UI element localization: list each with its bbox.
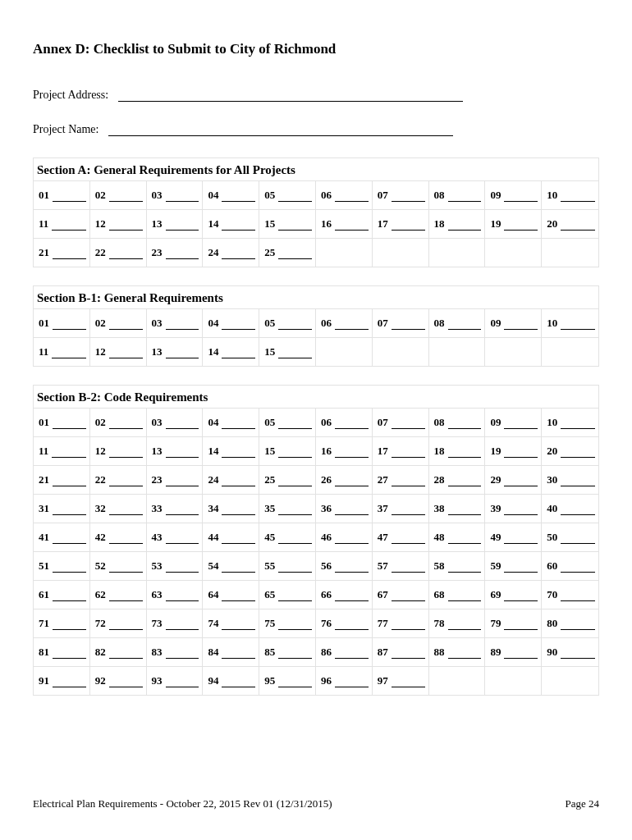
checklist-blank[interactable] <box>504 564 538 573</box>
checklist-blank[interactable] <box>278 622 312 630</box>
checklist-blank[interactable] <box>335 222 369 231</box>
checklist-blank[interactable] <box>109 478 143 486</box>
checklist-blank[interactable] <box>335 622 369 630</box>
checklist-blank[interactable] <box>166 679 199 687</box>
checklist-blank[interactable] <box>109 536 143 544</box>
checklist-blank[interactable] <box>109 194 143 202</box>
checklist-blank[interactable] <box>448 593 482 601</box>
checklist-blank[interactable] <box>561 194 595 202</box>
checklist-blank[interactable] <box>53 421 86 429</box>
checklist-blank[interactable] <box>392 536 425 544</box>
checklist-blank[interactable] <box>109 593 143 601</box>
checklist-blank[interactable] <box>448 322 482 330</box>
checklist-blank[interactable] <box>561 536 595 544</box>
checklist-blank[interactable] <box>222 478 255 486</box>
checklist-blank[interactable] <box>335 507 369 515</box>
checklist-blank[interactable] <box>278 194 312 202</box>
checklist-blank[interactable] <box>53 536 86 544</box>
checklist-blank[interactable] <box>335 478 369 486</box>
checklist-blank[interactable] <box>53 322 86 330</box>
checklist-blank[interactable] <box>335 194 369 202</box>
checklist-blank[interactable] <box>166 322 199 330</box>
checklist-blank[interactable] <box>109 222 143 231</box>
checklist-blank[interactable] <box>392 421 425 429</box>
checklist-blank[interactable] <box>335 593 369 601</box>
checklist-blank[interactable] <box>392 322 425 330</box>
checklist-blank[interactable] <box>222 450 255 458</box>
checklist-blank[interactable] <box>504 450 538 458</box>
checklist-blank[interactable] <box>561 322 595 330</box>
checklist-blank[interactable] <box>392 478 425 486</box>
checklist-blank[interactable] <box>278 251 312 259</box>
checklist-blank[interactable] <box>278 421 312 429</box>
checklist-blank[interactable] <box>52 222 86 231</box>
checklist-blank[interactable] <box>52 450 86 458</box>
checklist-blank[interactable] <box>278 222 312 231</box>
checklist-blank[interactable] <box>166 564 199 573</box>
checklist-blank[interactable] <box>335 679 369 687</box>
checklist-blank[interactable] <box>504 507 538 515</box>
checklist-blank[interactable] <box>392 622 425 630</box>
checklist-blank[interactable] <box>561 421 595 429</box>
checklist-blank[interactable] <box>335 322 369 330</box>
checklist-blank[interactable] <box>561 222 595 231</box>
checklist-blank[interactable] <box>335 450 369 458</box>
checklist-blank[interactable] <box>109 564 143 573</box>
project-name-line[interactable] <box>108 125 453 136</box>
checklist-blank[interactable] <box>222 421 255 429</box>
checklist-blank[interactable] <box>392 593 425 601</box>
checklist-blank[interactable] <box>278 322 312 330</box>
checklist-blank[interactable] <box>278 564 312 573</box>
checklist-blank[interactable] <box>222 507 255 515</box>
checklist-blank[interactable] <box>448 421 482 429</box>
checklist-blank[interactable] <box>222 322 255 330</box>
checklist-blank[interactable] <box>335 651 369 659</box>
checklist-blank[interactable] <box>561 478 595 486</box>
checklist-blank[interactable] <box>222 622 255 630</box>
checklist-blank[interactable] <box>166 251 199 259</box>
checklist-blank[interactable] <box>448 651 482 659</box>
checklist-blank[interactable] <box>53 194 86 202</box>
checklist-blank[interactable] <box>504 478 538 486</box>
checklist-blank[interactable] <box>392 679 425 687</box>
checklist-blank[interactable] <box>222 350 255 358</box>
checklist-blank[interactable] <box>448 536 482 544</box>
checklist-blank[interactable] <box>222 564 255 573</box>
checklist-blank[interactable] <box>53 507 86 515</box>
checklist-blank[interactable] <box>53 251 86 259</box>
checklist-blank[interactable] <box>504 593 538 601</box>
checklist-blank[interactable] <box>166 222 199 231</box>
checklist-blank[interactable] <box>109 622 143 630</box>
checklist-blank[interactable] <box>448 222 482 231</box>
checklist-blank[interactable] <box>278 478 312 486</box>
checklist-blank[interactable] <box>392 450 425 458</box>
checklist-blank[interactable] <box>166 350 199 358</box>
checklist-blank[interactable] <box>448 478 482 486</box>
checklist-blank[interactable] <box>222 593 255 601</box>
checklist-blank[interactable] <box>392 194 425 202</box>
checklist-blank[interactable] <box>222 679 255 687</box>
checklist-blank[interactable] <box>53 679 86 687</box>
checklist-blank[interactable] <box>561 507 595 515</box>
checklist-blank[interactable] <box>335 536 369 544</box>
checklist-blank[interactable] <box>109 450 143 458</box>
checklist-blank[interactable] <box>561 450 595 458</box>
checklist-blank[interactable] <box>166 507 199 515</box>
checklist-blank[interactable] <box>166 421 199 429</box>
checklist-blank[interactable] <box>222 651 255 659</box>
checklist-blank[interactable] <box>53 651 86 659</box>
checklist-blank[interactable] <box>53 622 86 630</box>
checklist-blank[interactable] <box>561 651 595 659</box>
checklist-blank[interactable] <box>392 507 425 515</box>
checklist-blank[interactable] <box>448 194 482 202</box>
checklist-blank[interactable] <box>335 564 369 573</box>
checklist-blank[interactable] <box>278 536 312 544</box>
checklist-blank[interactable] <box>166 593 199 601</box>
checklist-blank[interactable] <box>109 350 143 358</box>
checklist-blank[interactable] <box>222 222 255 231</box>
checklist-blank[interactable] <box>504 536 538 544</box>
checklist-blank[interactable] <box>278 651 312 659</box>
checklist-blank[interactable] <box>448 622 482 630</box>
checklist-blank[interactable] <box>109 421 143 429</box>
checklist-blank[interactable] <box>504 622 538 630</box>
